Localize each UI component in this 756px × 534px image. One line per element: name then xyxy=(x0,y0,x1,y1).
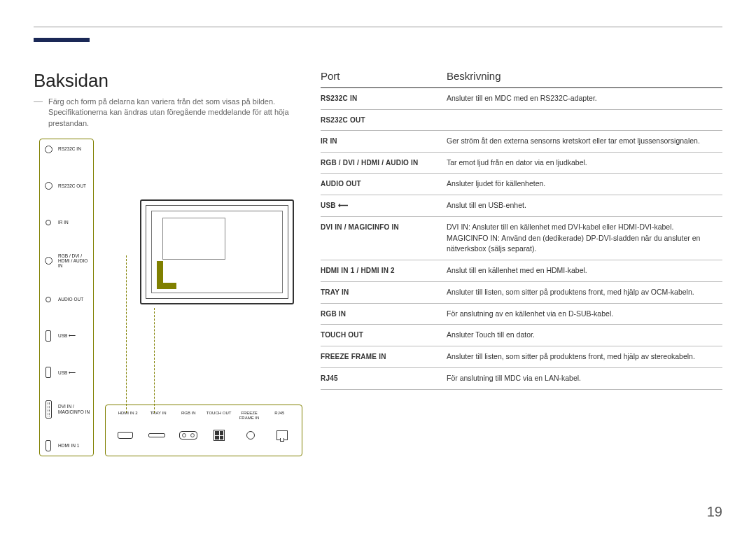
note-dash-icon: ― xyxy=(34,95,43,129)
side-port-panel: RS232C IN RS232C OUT IR IN RGB / DVI / H… xyxy=(39,139,94,456)
port-description: Ansluter till en MDC med en RS232C-adapt… xyxy=(447,93,722,104)
touch-out-icon xyxy=(210,429,228,442)
table-row: DVI IN / MAGICINFO INDVI IN: Ansluter ti… xyxy=(321,217,722,260)
port-description: DVI IN: Ansluter till en källenhet med D… xyxy=(447,222,722,255)
table-row: TOUCH OUTAnsluter Touch till en dator. xyxy=(321,325,722,346)
table-row: RJ45För anslutning till MDC via en LAN-k… xyxy=(321,368,722,390)
table-header-desc: Beskrivning xyxy=(447,70,722,82)
table-row: RGB / DVI / HDMI / AUDIO INTar emot ljud… xyxy=(321,153,722,174)
port-description xyxy=(447,115,722,125)
table-row: RS232C OUT xyxy=(321,110,722,131)
bottom-port-label: RJ45 xyxy=(265,411,295,420)
side-port-rgb-dvi-hdmi-audio: RGB / DVI / HDMI / AUDIO IN xyxy=(43,253,90,268)
table-row: RS232C INAnsluter till en MDC med en RS2… xyxy=(321,88,722,110)
port-description: Ansluter till listen, som sitter på prod… xyxy=(447,351,722,363)
port-description: Anslut till en källenhet med en HDMI-kab… xyxy=(447,265,722,276)
port-name: RGB / DVI / HDMI / AUDIO IN xyxy=(321,157,447,169)
side-port-usb-2: USB ⟵ xyxy=(43,367,90,378)
tray-slot-icon xyxy=(148,429,166,442)
side-port-rs232c-out: RS232C OUT xyxy=(43,180,90,191)
side-port-usb-1: USB ⟵ xyxy=(43,330,90,342)
port-name: IR IN xyxy=(321,136,447,147)
note: ― Färg och form på delarna kan variera f… xyxy=(34,97,300,129)
bottom-port-label: TOUCH OUT xyxy=(204,411,234,420)
bottom-port-label: TRAY IN xyxy=(143,411,173,420)
port-description-table: Port Beskrivning RS232C INAnsluter till … xyxy=(321,70,722,390)
port-description: Anslut till en USB-enhet. xyxy=(447,200,722,211)
port-name: HDMI IN 1 / HDMI IN 2 xyxy=(321,265,447,276)
port-description: Ansluter till listen, som sitter på prod… xyxy=(447,287,722,298)
callout-dash-line-2 xyxy=(154,308,155,413)
table-row: AUDIO OUTAnsluter ljudet för källenheten… xyxy=(321,174,722,195)
page-number: 19 xyxy=(707,504,722,520)
callout-dash-line xyxy=(126,255,127,413)
table-header-port: Port xyxy=(321,70,447,82)
table-row: TRAY INAnsluter till listen, som sitter … xyxy=(321,282,722,304)
port-description: Ger ström åt den externa sensorns kretsk… xyxy=(447,136,722,147)
port-name: DVI IN / MAGICINFO IN xyxy=(321,222,447,255)
port-description: Tar emot ljud från en dator via en ljudk… xyxy=(447,157,722,169)
page-title: Baksidan xyxy=(34,70,108,92)
hdmi-icon xyxy=(116,429,134,442)
table-row: IR INGer ström åt den externa sensorns k… xyxy=(321,131,722,153)
table-row: RGB INFör anslutning av en källenhet via… xyxy=(321,304,722,325)
bottom-port-label: HDMI IN 2 xyxy=(113,411,143,420)
bottom-port-label: RGB IN xyxy=(174,411,204,420)
note-text: Färg och form på delarna kan variera frå… xyxy=(48,97,300,129)
vga-icon xyxy=(179,429,197,442)
top-rule xyxy=(34,27,722,27)
accent-bar xyxy=(34,38,90,42)
port-name: RGB IN xyxy=(321,309,447,320)
port-name: TOUCH OUT xyxy=(321,330,447,341)
port-name: RJ45 xyxy=(321,373,447,384)
port-region-marker-icon xyxy=(157,261,176,289)
table-row: USB ⟵Anslut till en USB-enhet. xyxy=(321,195,722,217)
side-port-rs232c-in: RS232C IN xyxy=(43,143,90,155)
side-port-audio-out: AUDIO OUT xyxy=(43,294,90,305)
bottom-port-label: FREEZE FRAME IN xyxy=(234,411,264,420)
rj45-icon xyxy=(273,429,291,442)
freeze-frame-icon xyxy=(241,429,260,442)
port-description: Ansluter Touch till en dator. xyxy=(447,330,722,341)
device-rear-diagram xyxy=(140,199,294,311)
port-name: AUDIO OUT xyxy=(321,178,447,190)
table-row: FREEZE FRAME INAnsluter till listen, som… xyxy=(321,346,722,368)
side-port-dvi-magicinfo: DVI IN / MAGICINFO IN xyxy=(43,404,90,415)
port-name: RS232C OUT xyxy=(321,115,447,125)
bottom-port-strip: HDMI IN 2 TRAY IN RGB IN TOUCH OUT FREEZ… xyxy=(105,405,302,456)
table-row: HDMI IN 1 / HDMI IN 2Anslut till en käll… xyxy=(321,260,722,282)
port-description: För anslutning till MDC via en LAN-kabel… xyxy=(447,373,722,384)
port-name: TRAY IN xyxy=(321,287,447,298)
side-port-hdmi-in-1: HDMI IN 1 xyxy=(43,440,90,451)
port-description: För anslutning av en källenhet via en D-… xyxy=(447,309,722,320)
port-name: RS232C IN xyxy=(321,93,447,104)
port-description: Ansluter ljudet för källenheten. xyxy=(447,178,722,190)
port-name: FREEZE FRAME IN xyxy=(321,351,447,363)
side-port-ir-in: IR IN xyxy=(43,217,90,228)
port-name: USB ⟵ xyxy=(321,200,447,211)
